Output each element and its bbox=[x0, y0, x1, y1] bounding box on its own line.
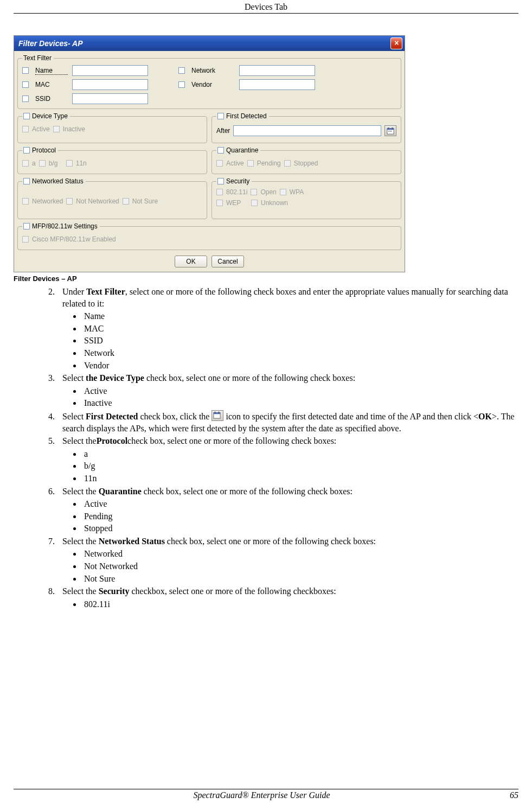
sec-wpa-label: WPA bbox=[290, 188, 304, 196]
mfp-group: MFP/802.11w Settings Cisco MFP/802.11w E… bbox=[17, 222, 401, 250]
protocol-bg-label: b/g bbox=[49, 160, 58, 167]
step7-text-c: check box, select one or more of the fol… bbox=[165, 537, 376, 546]
first-detected-checkbox[interactable] bbox=[217, 113, 224, 119]
list-item: 802.11i bbox=[82, 598, 518, 610]
mac-checkbox[interactable] bbox=[22, 81, 29, 88]
not-networked-checkbox[interactable] bbox=[66, 198, 73, 205]
q-active-checkbox[interactable] bbox=[216, 160, 223, 167]
close-icon[interactable]: × bbox=[390, 37, 402, 49]
not-sure-checkbox[interactable] bbox=[123, 198, 129, 205]
vendor-label: Vendor bbox=[191, 81, 235, 88]
after-date-input[interactable] bbox=[233, 125, 381, 136]
network-input[interactable] bbox=[239, 65, 315, 76]
name-checkbox[interactable] bbox=[22, 67, 29, 74]
ssid-checkbox[interactable] bbox=[22, 95, 29, 102]
ssid-input[interactable] bbox=[72, 93, 148, 104]
dialog-titlebar[interactable]: Filter Devices- AP × bbox=[14, 36, 405, 51]
sec-80211i-label: 802.11i bbox=[226, 188, 247, 196]
mac-label: MAC bbox=[35, 81, 68, 88]
header-rule bbox=[14, 13, 518, 14]
quarantine-checkbox[interactable] bbox=[217, 147, 224, 154]
sec-unknown-checkbox[interactable] bbox=[251, 200, 258, 206]
list-item: Name bbox=[82, 310, 518, 322]
step7-bold: Networked Status bbox=[99, 537, 165, 546]
sec-open-checkbox[interactable] bbox=[251, 189, 257, 195]
step7-text-a: Select the bbox=[62, 537, 99, 546]
dialog-title: Filter Devices- AP bbox=[18, 39, 83, 48]
first-detected-group: First Detected After bbox=[211, 112, 401, 143]
mfp-legend: MFP/802.11w Settings bbox=[32, 222, 98, 230]
mfp-checkbox[interactable] bbox=[23, 223, 30, 229]
inactive-label: Inactive bbox=[63, 125, 85, 133]
step3-text-a: Select bbox=[62, 373, 86, 382]
step4-text-c: check box, click the bbox=[138, 412, 211, 421]
list-item: Active bbox=[82, 498, 518, 510]
protocol-checkbox[interactable] bbox=[23, 147, 30, 154]
sec-80211i-checkbox[interactable] bbox=[216, 189, 223, 195]
quarantine-legend: Quarantine bbox=[226, 146, 258, 154]
page-footer: SpectraGuard® Enterprise User Guide 65 bbox=[14, 789, 518, 800]
networked-checkbox[interactable] bbox=[22, 198, 29, 205]
vendor-checkbox[interactable] bbox=[178, 81, 185, 88]
name-input[interactable] bbox=[72, 65, 148, 76]
device-type-checkbox[interactable] bbox=[23, 113, 30, 119]
step2-text-a: Under bbox=[62, 287, 86, 296]
mac-input[interactable] bbox=[72, 79, 148, 90]
cancel-button[interactable]: Cancel bbox=[211, 256, 244, 267]
step-6: Select the Quarantine check box, select … bbox=[57, 486, 518, 534]
protocol-group: Protocol a b/g 11n bbox=[17, 146, 207, 174]
quarantine-group: Quarantine Active Pending Stopped bbox=[211, 146, 401, 174]
protocol-a-checkbox[interactable] bbox=[22, 160, 29, 167]
ssid-label: SSID bbox=[35, 95, 68, 103]
name-label: Name bbox=[35, 67, 68, 75]
vendor-input[interactable] bbox=[239, 79, 315, 90]
step5-text-a: Select the bbox=[62, 436, 97, 445]
networked-status-checkbox[interactable] bbox=[23, 178, 30, 184]
network-label: Network bbox=[191, 67, 235, 74]
list-item: Network bbox=[82, 347, 518, 359]
q-stopped-checkbox[interactable] bbox=[284, 160, 291, 167]
cisco-mfp-label: Cisco MFP/802.11w Enabled bbox=[32, 235, 116, 243]
ok-button[interactable]: OK bbox=[175, 256, 207, 267]
sec-wpa-checkbox[interactable] bbox=[280, 189, 286, 195]
list-item: Vendor bbox=[82, 360, 518, 372]
step-8: Select the Security checkbox, select one… bbox=[57, 585, 518, 610]
step2-bold: Text Filter bbox=[86, 287, 125, 296]
step5-bold: Protocol bbox=[97, 436, 127, 445]
step-7: Select the Networked Status check box, s… bbox=[57, 535, 518, 584]
list-item: MAC bbox=[82, 323, 518, 335]
list-item: Active bbox=[82, 385, 518, 397]
sec-unknown-label: Unknown bbox=[261, 199, 288, 207]
protocol-bg-checkbox[interactable] bbox=[39, 160, 46, 167]
q-pending-checkbox[interactable] bbox=[247, 160, 254, 167]
list-item: Not Sure bbox=[82, 573, 518, 585]
step-4: Select First Detected check box, click t… bbox=[57, 410, 518, 434]
step6-text-c: check box, select one or more of the fol… bbox=[142, 487, 352, 496]
page-header-title: Devices Tab bbox=[14, 0, 518, 13]
q-active-label: Active bbox=[226, 160, 244, 167]
step2-text-c: , select one or more of the following ch… bbox=[62, 287, 508, 308]
sec-wep-checkbox[interactable] bbox=[216, 200, 223, 206]
instruction-text: Under Text Filter, select one or more of… bbox=[14, 286, 518, 610]
protocol-11n-checkbox[interactable] bbox=[66, 160, 73, 167]
cisco-mfp-checkbox[interactable] bbox=[22, 236, 29, 243]
step8-bold: Security bbox=[99, 586, 130, 596]
list-item: Stopped bbox=[82, 522, 518, 534]
step3-bold: the Device Type bbox=[86, 373, 144, 382]
step8-text-c: checkbox, select one or more of the foll… bbox=[130, 586, 336, 596]
security-group: Security 802.11i Open WPA WEP Unknown bbox=[211, 177, 401, 219]
step3-text-c: check box, select one or more of the fol… bbox=[144, 373, 355, 382]
security-checkbox[interactable] bbox=[217, 178, 224, 184]
calendar-icon[interactable] bbox=[384, 125, 396, 136]
calendar-icon bbox=[211, 410, 223, 421]
step5-text-c: check box, select one or more of the fol… bbox=[127, 436, 336, 445]
inactive-checkbox[interactable] bbox=[53, 126, 60, 132]
protocol-11n-label: 11n bbox=[76, 160, 87, 167]
svg-rect-4 bbox=[389, 131, 390, 132]
list-item: SSID bbox=[82, 335, 518, 347]
network-checkbox[interactable] bbox=[178, 67, 185, 74]
active-checkbox[interactable] bbox=[22, 126, 29, 132]
protocol-a-label: a bbox=[32, 160, 36, 167]
step4-text-a: Select bbox=[62, 412, 86, 421]
step-3: Select the Device Type check box, select… bbox=[57, 372, 518, 409]
